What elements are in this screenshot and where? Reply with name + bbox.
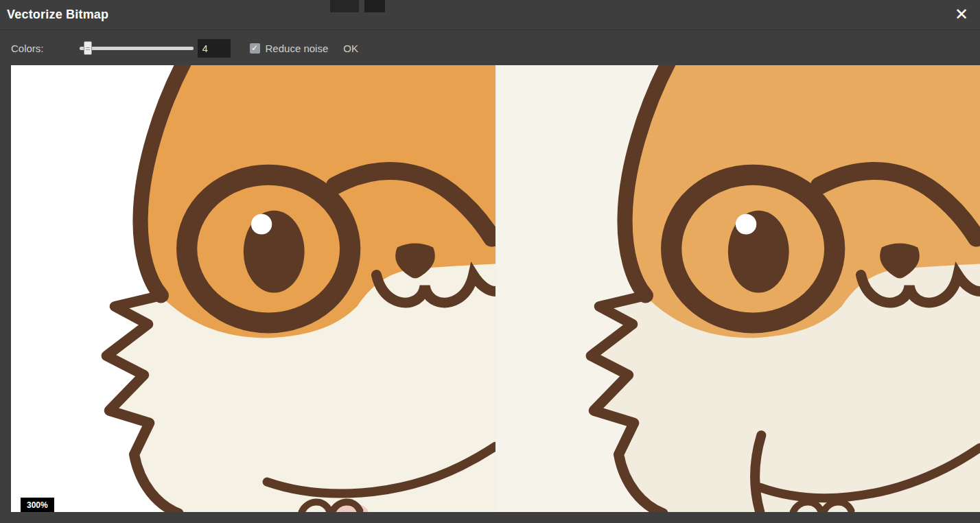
vector-preview-panel bbox=[495, 65, 980, 512]
colors-value-input[interactable] bbox=[198, 39, 231, 58]
reduce-noise-checkbox[interactable]: ✓ bbox=[250, 43, 260, 54]
original-bitmap-panel: 300% bbox=[11, 65, 495, 512]
close-button[interactable]: ✕ bbox=[950, 3, 973, 26]
vectorize-toolbar: Colors: ✓ Reduce noise OK bbox=[0, 31, 980, 65]
reduce-noise-label[interactable]: Reduce noise bbox=[266, 43, 329, 54]
dialog-title: Vectorize Bitmap bbox=[7, 8, 108, 22]
vectorize-bitmap-dialog: { "dialog": { "title": "Vectorize Bitmap… bbox=[0, 0, 980, 523]
colors-label: Colors: bbox=[11, 43, 44, 54]
ok-button[interactable]: OK bbox=[343, 43, 358, 54]
dialog-titlebar: Vectorize Bitmap ✕ bbox=[0, 0, 980, 30]
colors-slider-track[interactable] bbox=[80, 47, 194, 50]
preview-area[interactable]: 300% bbox=[11, 65, 980, 512]
fox-bitmap-illustration bbox=[11, 65, 495, 512]
background-window-artifact bbox=[364, 0, 385, 12]
background-window-artifact bbox=[330, 0, 359, 12]
zoom-badge: 300% bbox=[21, 498, 54, 512]
close-icon: ✕ bbox=[955, 6, 968, 23]
check-icon: ✓ bbox=[251, 44, 258, 52]
fox-vector-illustration bbox=[495, 65, 980, 512]
colors-slider[interactable] bbox=[80, 41, 194, 55]
colors-slider-handle[interactable] bbox=[84, 41, 92, 55]
